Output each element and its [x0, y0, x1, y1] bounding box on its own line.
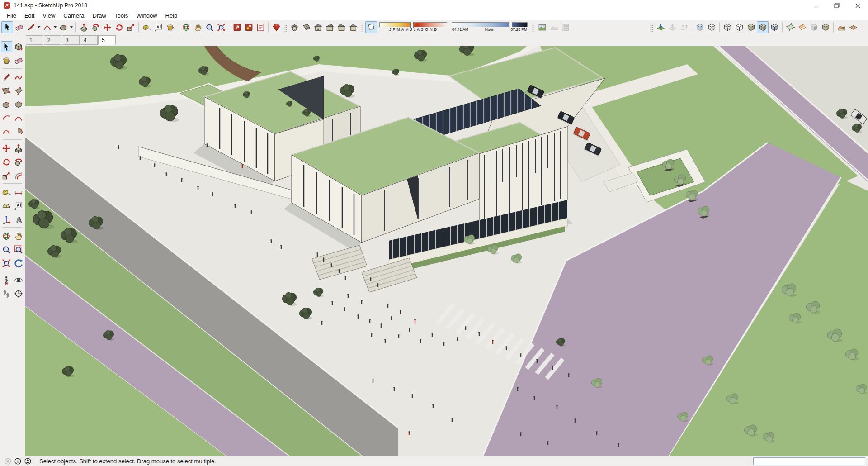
menu-help[interactable]: Help — [161, 11, 182, 20]
share-model-button[interactable] — [666, 21, 678, 33]
select-tool-button[interactable] — [1, 21, 13, 33]
shapes-tool-dropdown[interactable] — [69, 21, 74, 33]
restore-button[interactable] — [826, 0, 847, 11]
section-plane-button[interactable] — [784, 21, 796, 33]
iso-view-button[interactable] — [288, 21, 300, 33]
look-around-button[interactable] — [13, 274, 24, 285]
zoom-tool-button[interactable] — [203, 21, 215, 33]
walk-tool-button[interactable] — [1, 288, 12, 299]
axes-tool-button[interactable] — [1, 214, 12, 225]
text-tool-button[interactable] — [13, 200, 24, 211]
zoom-window-button[interactable] — [13, 244, 24, 255]
line-tool-button[interactable] — [25, 21, 37, 33]
two-point-arc-tool-button[interactable] — [13, 112, 24, 124]
left-view-button[interactable] — [335, 21, 347, 33]
push-pull-tool-button[interactable] — [78, 21, 90, 33]
compass-navigation-button[interactable] — [13, 288, 24, 299]
eraser-tool-button[interactable] — [13, 55, 24, 66]
orbit-tool-button[interactable] — [1, 230, 12, 242]
arc-tool-dropdown[interactable] — [53, 21, 57, 33]
palette-grip[interactable] — [7, 37, 18, 39]
date-slider-track[interactable] — [379, 22, 447, 27]
rectangle-tool-button[interactable] — [1, 85, 12, 96]
sandbox-from-scratch-button[interactable] — [847, 21, 859, 33]
move-tool-button[interactable] — [101, 21, 113, 33]
rotated-rectangle-tool-button[interactable] — [13, 85, 24, 96]
hidden-line-style-button[interactable] — [733, 21, 745, 33]
display-section-fill-button[interactable] — [820, 21, 831, 33]
menu-view[interactable]: View — [38, 11, 59, 20]
zoom-extents-button[interactable] — [1, 257, 12, 269]
toolbar-grip[interactable] — [532, 23, 534, 32]
top-view-button[interactable] — [300, 21, 312, 33]
menu-draw[interactable]: Draw — [89, 11, 110, 20]
line-tool-button[interactable] — [1, 71, 12, 83]
follow-me-tool-button[interactable] — [90, 21, 101, 33]
line-tool-dropdown[interactable] — [37, 21, 41, 33]
protractor-tool-button[interactable] — [1, 200, 12, 211]
eraser-tool-button[interactable] — [13, 21, 25, 33]
measurements-input[interactable] — [753, 457, 865, 465]
layout-presentation-button[interactable] — [243, 21, 255, 33]
paint-bucket-tool-button[interactable] — [164, 21, 176, 33]
pie-tool-button[interactable] — [13, 126, 24, 137]
move-tool-button[interactable] — [1, 143, 12, 154]
menu-window[interactable]: Window — [132, 11, 161, 20]
select-tool-button[interactable] — [1, 41, 12, 52]
arc-tool-button[interactable] — [41, 21, 53, 33]
menu-tools[interactable]: Tools — [110, 11, 132, 20]
pan-tool-button[interactable] — [192, 21, 203, 33]
rotate-tool-button[interactable] — [113, 21, 125, 33]
front-view-button[interactable] — [312, 21, 324, 33]
freehand-tool-button[interactable] — [13, 71, 24, 83]
send-to-layout-button[interactable] — [231, 21, 243, 33]
push-pull-tool-button[interactable] — [13, 143, 24, 154]
scale-tool-button[interactable] — [125, 21, 137, 33]
zoom-tool-button[interactable] — [1, 244, 12, 255]
viewport-3d-canvas[interactable] — [25, 46, 868, 456]
share-component-button[interactable] — [678, 21, 690, 33]
toolbar-grip[interactable] — [361, 23, 363, 32]
display-section-cuts-button[interactable] — [808, 21, 820, 33]
back-view-button[interactable] — [347, 21, 359, 33]
scene-tab-3[interactable]: 3 — [62, 35, 80, 45]
photo-textures-button[interactable] — [560, 21, 571, 33]
back-edges-style-button[interactable] — [706, 21, 717, 33]
pan-tool-button[interactable] — [13, 230, 24, 242]
previous-view-button[interactable] — [13, 257, 24, 269]
scene-tab-1[interactable]: 1 — [26, 35, 43, 45]
shaded-with-textures-style-button[interactable] — [757, 21, 769, 33]
make-component-button[interactable] — [13, 41, 24, 52]
menu-file[interactable]: File — [3, 11, 20, 20]
extension-warehouse-button[interactable] — [270, 21, 282, 33]
three-point-arc-tool-button[interactable] — [1, 126, 12, 137]
follow-me-tool-button[interactable] — [13, 156, 24, 167]
shadow-time-slider[interactable]: 04:41 AM Noon 07:28 PM — [452, 22, 528, 32]
text-tool-button[interactable] — [152, 21, 164, 33]
shaded-style-button[interactable] — [745, 21, 757, 33]
add-location-button[interactable] — [536, 21, 548, 33]
tape-measure-tool-button[interactable] — [1, 186, 12, 198]
paint-bucket-tool-button[interactable] — [1, 55, 12, 66]
tape-measure-tool-button[interactable] — [141, 21, 152, 33]
wireframe-style-button[interactable] — [722, 21, 733, 33]
dimension-tool-button[interactable] — [13, 186, 24, 198]
arc-tool-button[interactable] — [1, 112, 12, 124]
offset-tool-button[interactable] — [13, 170, 24, 181]
circle-tool-button[interactable] — [1, 99, 12, 110]
geolocation-icon[interactable] — [3, 457, 13, 466]
polygon-tool-button[interactable] — [13, 99, 24, 110]
position-camera-button[interactable] — [1, 274, 12, 285]
time-slider-track[interactable] — [452, 22, 528, 27]
sandbox-from-contours-button[interactable] — [835, 21, 847, 33]
menu-camera[interactable]: Camera — [59, 11, 88, 20]
scene-tab-2[interactable]: 2 — [44, 35, 61, 45]
zoom-extents-button[interactable] — [215, 21, 227, 33]
rotate-tool-button[interactable] — [1, 156, 12, 167]
shapes-tool-button[interactable] — [57, 21, 69, 33]
display-section-planes-button[interactable] — [796, 21, 808, 33]
right-view-button[interactable] — [324, 21, 335, 33]
toolbar-grip[interactable] — [650, 23, 653, 32]
shadow-date-slider[interactable]: J F M A M J J A S O N D — [379, 22, 447, 32]
close-button[interactable] — [847, 0, 868, 11]
